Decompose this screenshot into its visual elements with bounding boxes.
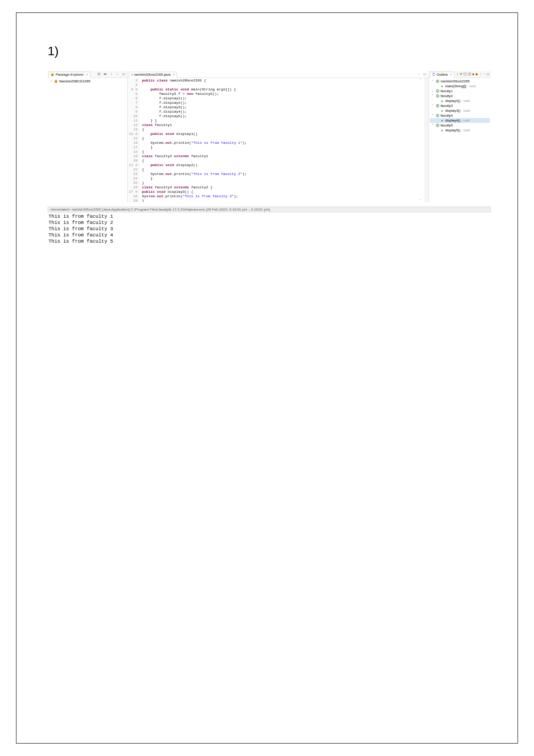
outline-method-item[interactable]: ●display3() : void [430, 108, 490, 113]
maximize-icon[interactable]: ▭ [422, 72, 428, 77]
outline-return-type: : void [461, 99, 470, 103]
package-explorer-tab[interactable]: ▣ Package Explorer × [49, 72, 90, 78]
chevron-down-icon[interactable]: ˅ [431, 94, 434, 98]
chevron-down-icon[interactable]: ˅ [431, 123, 434, 127]
line-number: 14 ⊖ [128, 132, 138, 136]
code-line[interactable]: { [142, 127, 429, 132]
outline-header: ☰ Outline × ↕ ⧩ ⓕ ⓢ ● ◆ ⋮ ▫ ▭ [429, 71, 491, 78]
outline-class-item[interactable]: ˅Ⓒfaculty5 [430, 123, 490, 128]
link-editor-icon[interactable]: ⇆ [102, 72, 108, 77]
line-number: 24 [128, 176, 138, 181]
code-line[interactable]: class faculty3 extends faculty2 { [142, 185, 429, 190]
code-line[interactable]: public void display1() [142, 132, 429, 136]
line-number: 3 [128, 83, 138, 87]
view-menu-icon[interactable]: ⋮ [479, 72, 482, 77]
outline-method-item[interactable]: ●display4() : void [430, 118, 490, 123]
chevron-down-icon[interactable]: ˅ [431, 114, 434, 118]
filter-icon[interactable]: ⧩ [459, 72, 462, 77]
line-number-gutter: 234 ⊖567891011121314 ⊖15161718192021 ⊖22… [128, 78, 139, 202]
code-line[interactable]: } } [142, 118, 429, 123]
folder-icon: ▣ [51, 73, 54, 77]
class-icon: Ⓒ [435, 123, 440, 128]
code-line[interactable]: public class namish20bce2285 { [142, 78, 429, 83]
line-number: 9 [128, 110, 138, 114]
line-number: 27 ⊖ [128, 190, 138, 194]
line-number: 5 [128, 92, 138, 96]
code-line[interactable]: class faculty2 extends faculty1 [142, 154, 429, 159]
line-number: 2 [128, 78, 138, 83]
code-line[interactable]: public void display3() { [142, 190, 429, 194]
outline-class-item[interactable]: ›Ⓒfaculty1 [430, 89, 490, 93]
code-line[interactable]: System.out.println("This is from faculty… [142, 141, 429, 145]
chevron-down-icon[interactable]: ˅ [431, 79, 434, 83]
code-line[interactable]: public void display2() [142, 163, 429, 167]
outline-method-item[interactable]: ●main(String[]) : void [430, 84, 490, 89]
hide-fields-icon[interactable]: ⓕ [463, 72, 467, 77]
code-line[interactable]: System.out.println("This is from faculty… [142, 172, 429, 176]
minimize-icon[interactable]: ▫ [416, 72, 421, 77]
code-line[interactable]: faculty5 f = new faculty5(); [142, 92, 429, 96]
outline-class-item[interactable]: ˅Ⓒnamish20bce2285 [430, 79, 490, 84]
code-line[interactable]: { [142, 136, 429, 141]
hide-local-icon[interactable]: ◆ [475, 72, 478, 77]
outline-item-label: faculty4 [441, 114, 453, 118]
editor-panel: J namish20bce2285.java × ▫ ▭ 234 ⊖567891… [128, 71, 429, 202]
code-line[interactable]: f.display5(); [142, 114, 429, 118]
outline-item-label: faculty2 [441, 94, 453, 98]
line-number: 17 [128, 145, 138, 150]
code-line[interactable]: } [142, 150, 429, 154]
line-number: 8 [128, 105, 138, 110]
chevron-right-icon[interactable]: › [49, 79, 53, 83]
code-line[interactable] [142, 83, 429, 87]
code-line[interactable]: f.display2(); [142, 101, 429, 105]
close-icon[interactable]: × [173, 73, 175, 77]
code-line[interactable]: } [142, 145, 429, 150]
code-line[interactable]: } [142, 176, 429, 181]
chevron-down-icon[interactable]: ˅ [431, 104, 434, 108]
method-icon: ● [440, 128, 444, 133]
code-line[interactable]: class faculty1 [142, 123, 429, 127]
hide-static-icon[interactable]: ⓢ [468, 72, 471, 77]
maximize-icon[interactable]: ▭ [121, 72, 126, 77]
outline-class-item[interactable]: ˅Ⓒfaculty2 [430, 93, 490, 98]
outline-class-item[interactable]: ˅Ⓒfaculty4 [430, 113, 490, 118]
outline-return-type: : void [467, 84, 476, 88]
minimize-icon[interactable]: ▫ [115, 72, 120, 77]
code-line[interactable]: } [142, 199, 429, 202]
console-panel: <terminated> namish20bce2285 [Java Appli… [48, 207, 491, 245]
console-output[interactable]: This is from faculty 1This is from facul… [48, 212, 491, 245]
minimize-icon[interactable]: ▫ [483, 72, 485, 77]
maximize-icon[interactable]: ▭ [486, 72, 490, 77]
chevron-down-icon[interactable]: › [431, 89, 434, 93]
hide-nonpublic-icon[interactable]: ● [472, 72, 474, 77]
outline-tree[interactable]: ˅Ⓒnamish20bce2285●main(String[]) : void›… [429, 78, 491, 202]
code-line[interactable]: { [142, 167, 429, 172]
outline-item-label: faculty3 [441, 104, 453, 108]
code-line[interactable]: f.display1(); [142, 96, 429, 101]
editor-tab-title: namish20bce2285.java [134, 73, 170, 77]
editor-tab[interactable]: J namish20bce2285.java × [129, 72, 177, 78]
code-line[interactable]: } [142, 181, 429, 185]
code-line[interactable]: System.out.println("This is from faculty… [142, 194, 429, 199]
outline-method-item[interactable]: ●display2() : void [430, 98, 490, 103]
line-number: 16 [128, 141, 138, 145]
view-menu-icon[interactable]: ⋮ [109, 72, 114, 77]
code-line[interactable]: { [142, 159, 429, 163]
package-explorer-tree[interactable]: › ▣ Namish20BCE2285 [48, 78, 127, 202]
close-icon[interactable]: × [450, 73, 452, 77]
line-number: 4 ⊖ [128, 87, 138, 92]
code-line[interactable]: f.display4(); [142, 110, 429, 114]
code-editor[interactable]: 234 ⊖567891011121314 ⊖15161718192021 ⊖22… [128, 78, 429, 202]
code-line[interactable]: public static void main(String args[]) { [142, 87, 429, 92]
outline-class-item[interactable]: ˅Ⓒfaculty3 [430, 103, 490, 108]
project-row[interactable]: › ▣ Namish20BCE2285 [49, 79, 125, 84]
line-number: 7 [128, 101, 138, 105]
line-number: 25 [128, 181, 138, 185]
close-icon[interactable]: × [86, 73, 88, 77]
line-number: 12 [128, 123, 138, 127]
code-line[interactable]: f.display3(); [142, 105, 429, 110]
outline-tab[interactable]: ☰ Outline × [430, 72, 454, 78]
outline-method-item[interactable]: ●display5() : void [430, 128, 490, 133]
sort-icon[interactable]: ↕ [456, 72, 458, 77]
collapse-all-icon[interactable]: ⊟ [96, 72, 101, 77]
